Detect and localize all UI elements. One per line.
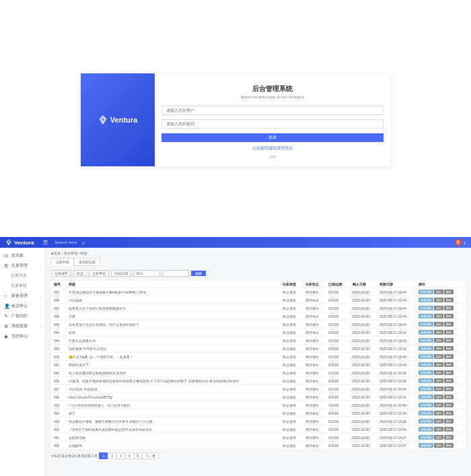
filter-keyword[interactable] bbox=[162, 270, 189, 277]
sidebar-item-3[interactable]: 任务审核 bbox=[0, 281, 45, 291]
edit-button[interactable]: 编辑 bbox=[434, 378, 443, 383]
delete-button[interactable]: 删除 bbox=[444, 354, 454, 359]
view-button[interactable]: 查看明细 bbox=[419, 306, 433, 310]
cell-status: 商序将对 bbox=[303, 337, 326, 345]
edit-button[interactable]: 编辑 bbox=[434, 330, 443, 335]
sidebar-item-6[interactable]: ✎广告幻灯› bbox=[0, 311, 45, 321]
chevron-down-icon[interactable]: ▾ bbox=[464, 240, 466, 245]
sidebar-item-7[interactable]: ⚙系统设置› bbox=[0, 321, 45, 331]
edit-button[interactable]: 编辑 bbox=[434, 403, 443, 407]
view-button[interactable]: 查看明细 bbox=[419, 354, 433, 359]
view-button[interactable]: 查看明细 bbox=[419, 290, 433, 294]
sidebar-item-0[interactable]: ◷仪表板 bbox=[0, 250, 45, 261]
filter-date-start[interactable]: 开始日期 bbox=[111, 270, 131, 277]
search-placeholder[interactable]: Search here bbox=[55, 240, 77, 244]
filter-type[interactable]: 任务类型 bbox=[89, 270, 109, 277]
page-button[interactable]: 3 bbox=[116, 452, 125, 459]
delete-button[interactable]: 删除 bbox=[444, 346, 454, 351]
delete-button[interactable]: 删除 bbox=[444, 378, 454, 383]
page-button[interactable]: 下一页 bbox=[142, 452, 159, 459]
delete-button[interactable]: 删除 bbox=[444, 306, 454, 310]
view-button[interactable]: 查看明细 bbox=[419, 346, 433, 351]
view-button[interactable]: 查看明细 bbox=[419, 322, 433, 327]
edit-button[interactable]: 编辑 bbox=[434, 298, 443, 302]
page-button[interactable]: 5 bbox=[134, 452, 143, 459]
delete-button[interactable]: 删除 bbox=[444, 370, 454, 375]
sidebar-item-4[interactable]: ⌂财务管理› bbox=[0, 291, 45, 301]
view-button[interactable]: 查看明细 bbox=[419, 298, 433, 302]
view-button[interactable]: 查看明细 bbox=[419, 362, 433, 367]
view-button[interactable]: 查看明细 bbox=[419, 411, 433, 415]
avatar[interactable]: 客 bbox=[455, 239, 462, 246]
sidebar-item-5[interactable]: 👤会员中心› bbox=[0, 301, 45, 311]
edit-button[interactable]: 编辑 bbox=[434, 306, 443, 310]
menu-toggle-icon[interactable]: ☰ bbox=[43, 240, 48, 246]
delete-button[interactable]: 删除 bbox=[444, 403, 454, 407]
filter-status[interactable]: 状态 bbox=[73, 270, 87, 277]
delete-button[interactable]: 删除 bbox=[444, 386, 454, 391]
edit-button[interactable]: 编辑 bbox=[434, 338, 443, 343]
filter-task-id[interactable]: 任务编号 bbox=[51, 270, 71, 277]
cell-status: 商序将对 bbox=[303, 385, 326, 393]
forgot-link[interactable]: 忘记密码请联系管理员 bbox=[161, 145, 384, 151]
filter-date-end[interactable] bbox=[133, 270, 160, 277]
sidebar-item-8[interactable]: ◉消息中心 bbox=[0, 331, 45, 341]
view-button[interactable]: 查看明细 bbox=[419, 403, 433, 407]
view-button[interactable]: 查看明细 bbox=[419, 338, 433, 343]
sidebar-item-1[interactable]: ☰任务管理› bbox=[0, 261, 45, 271]
delete-button[interactable]: 删除 bbox=[444, 419, 454, 423]
tab-1[interactable]: 添加新任务 bbox=[74, 258, 100, 266]
view-button[interactable]: 查看明细 bbox=[419, 435, 433, 440]
edit-button[interactable]: 编辑 bbox=[434, 346, 443, 351]
sidebar-icon: 👤 bbox=[4, 304, 9, 309]
edit-button[interactable]: 编辑 bbox=[434, 395, 443, 399]
view-button[interactable]: 查看明细 bbox=[419, 395, 433, 399]
login-button[interactable]: 登录 bbox=[161, 133, 384, 142]
delete-button[interactable]: 删除 bbox=[444, 314, 454, 318]
view-button[interactable]: 查看明细 bbox=[419, 386, 433, 391]
page-button[interactable]: 2 bbox=[108, 452, 116, 459]
delete-button[interactable]: 删除 bbox=[444, 362, 454, 367]
delete-button[interactable]: 删除 bbox=[444, 427, 454, 432]
cell-id: 031 bbox=[51, 434, 66, 442]
edit-button[interactable]: 编辑 bbox=[434, 443, 443, 448]
tab-0[interactable]: 任务列表 bbox=[51, 258, 74, 266]
delete-button[interactable]: 删除 bbox=[444, 338, 454, 343]
delete-button[interactable]: 删除 bbox=[444, 298, 454, 302]
delete-button[interactable]: 删除 bbox=[444, 411, 454, 415]
username-input[interactable] bbox=[161, 106, 384, 115]
edit-button[interactable]: 编辑 bbox=[434, 435, 443, 440]
delete-button[interactable]: 删除 bbox=[444, 435, 454, 440]
edit-button[interactable]: 编辑 bbox=[434, 370, 443, 375]
edit-button[interactable]: 编辑 bbox=[434, 411, 443, 415]
delete-button[interactable]: 删除 bbox=[444, 330, 454, 335]
page-button[interactable]: 4 bbox=[125, 452, 134, 459]
sidebar-label: 会员中心 bbox=[11, 303, 28, 309]
search-icon[interactable]: ⌕ bbox=[82, 240, 85, 245]
edit-button[interactable]: 编辑 bbox=[434, 386, 443, 391]
password-input[interactable] bbox=[161, 119, 384, 129]
page-button[interactable]: 1 bbox=[99, 452, 108, 459]
view-button[interactable]: 查看明细 bbox=[419, 330, 433, 335]
edit-button[interactable]: 编辑 bbox=[434, 354, 443, 359]
view-button[interactable]: 查看明细 bbox=[419, 314, 433, 318]
cell-deadline: 2020-10-30 bbox=[350, 426, 377, 434]
delete-button[interactable]: 删除 bbox=[444, 443, 454, 448]
edit-button[interactable]: 编辑 bbox=[434, 427, 443, 432]
edit-button[interactable]: 编辑 bbox=[434, 362, 443, 367]
edit-button[interactable]: 编辑 bbox=[434, 322, 443, 327]
view-button[interactable]: 查看明细 bbox=[419, 443, 433, 448]
delete-button[interactable]: 删除 bbox=[444, 290, 454, 294]
view-button[interactable]: 查看明细 bbox=[419, 419, 433, 423]
edit-button[interactable]: 编辑 bbox=[434, 290, 443, 294]
view-button[interactable]: 查看明细 bbox=[419, 378, 433, 383]
delete-button[interactable]: 删除 bbox=[444, 395, 454, 399]
cell-status: 商序将对 bbox=[303, 369, 326, 377]
view-button[interactable]: 查看明细 bbox=[419, 370, 433, 375]
search-button[interactable]: 搜索 bbox=[191, 271, 206, 276]
sidebar-item-2[interactable]: 任务列表 bbox=[0, 271, 45, 281]
edit-button[interactable]: 编辑 bbox=[434, 419, 443, 423]
edit-button[interactable]: 编辑 bbox=[434, 314, 443, 318]
delete-button[interactable]: 删除 bbox=[444, 322, 454, 327]
view-button[interactable]: 查看明细 bbox=[419, 427, 433, 432]
